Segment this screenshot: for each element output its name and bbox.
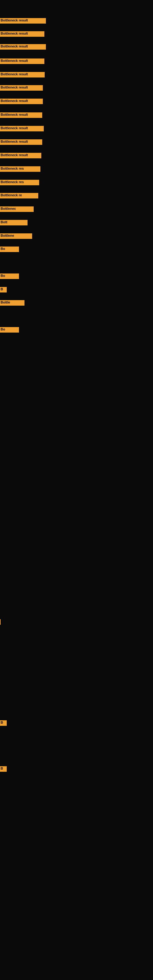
bar-label-23: Bo [1, 328, 5, 331]
bar-label-7: Bottleneck result [1, 113, 28, 116]
bar-label-17: Bo [1, 247, 5, 250]
y-axis [0, 6, 1, 833]
bar-label-9: Bottleneck result [1, 140, 28, 143]
bar-label-3: Bottleneck result [1, 59, 28, 62]
bar-label-19: Bo [1, 274, 5, 277]
bar-label-15: Bott [1, 220, 7, 224]
bar-label-1: Bottleneck result [1, 32, 28, 35]
bar-label-21: Bottle [1, 301, 10, 304]
bar-label-33: | [1, 620, 2, 623]
bar-label-36: B [1, 767, 3, 770]
bar-label-14: Bottlenec [1, 207, 16, 210]
bar-label-12: Bottleneck res [1, 180, 24, 184]
bar-label-4: Bottleneck result [1, 72, 28, 76]
bar-label-8: Bottleneck result [1, 126, 28, 130]
bar-label-35: B [1, 721, 3, 724]
bar-label-11: Bottleneck res [1, 167, 24, 170]
bar-label-10: Bottleneck result [1, 153, 28, 157]
bar-label-6: Bottleneck result [1, 99, 28, 103]
bar-label-5: Bottleneck result [1, 86, 28, 89]
bar-label-20: B [1, 287, 3, 291]
bar-label-0: Bottleneck result [1, 18, 28, 22]
bar-label-13: Bottleneck re [1, 193, 22, 197]
bar-label-16: Bottlene [1, 234, 14, 237]
bar-label-2: Bottleneck result [1, 45, 28, 48]
